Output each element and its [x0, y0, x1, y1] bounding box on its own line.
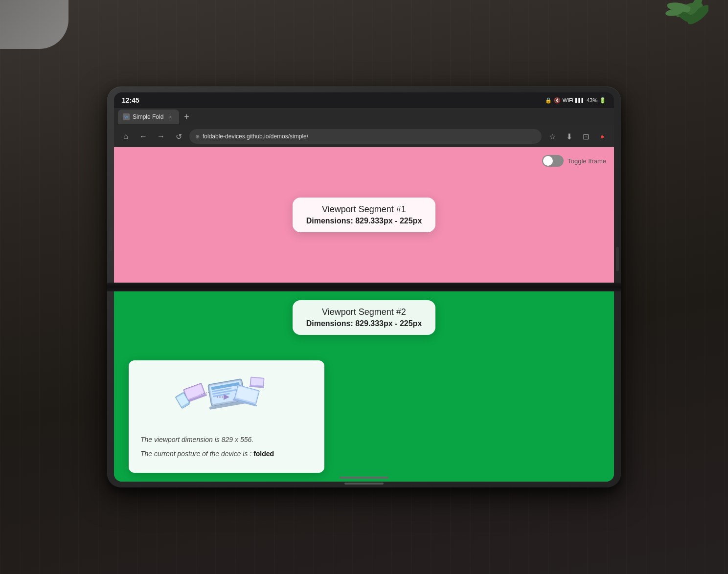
download-icon[interactable]: ⬇	[562, 130, 576, 143]
posture-label: The current posture of the device is :	[140, 450, 251, 458]
segment-2-card: Viewport Segment #2 Dimensions: 829.333p…	[293, 300, 436, 335]
posture-text: The current posture of the device is : f…	[140, 449, 313, 459]
address-bar[interactable]: ⊕ foldable-devices.github.io/demos/simpl…	[189, 129, 542, 144]
volume-bumper	[109, 227, 112, 251]
toggle-label: Toggle Iframe	[568, 157, 606, 165]
viewport-segment-2-area: Viewport Segment #2 Dimensions: 829.333p…	[114, 291, 614, 482]
device-illustration	[173, 370, 280, 429]
tab-close-button[interactable]: ×	[166, 113, 174, 121]
back-button[interactable]: ←	[136, 130, 150, 143]
mute-icon: 🔇	[554, 97, 561, 104]
toggle-area: Toggle Iframe	[542, 155, 606, 167]
device-bottom-bar	[344, 483, 384, 485]
refresh-button[interactable]: ↺	[172, 130, 185, 143]
toggle-knob	[543, 156, 553, 166]
forward-button[interactable]: →	[154, 130, 168, 143]
home-button[interactable]: ⌂	[119, 130, 133, 143]
info-card: The viewport dimension is 829 x 556. The…	[129, 360, 324, 473]
bookmark-icon[interactable]: ☆	[546, 130, 559, 143]
segment-2-dimensions: Dimensions: 829.333px - 225px	[306, 319, 422, 328]
url-text: foldable-devices.github.io/demos/simple/	[203, 133, 308, 140]
status-time: 12:45	[122, 96, 139, 104]
tab-bar: W Simple Fold × +	[114, 108, 614, 126]
screen-top: 12:45 🔒 🔇 WiFi ▌▌▌ 43% 🔋 W Simple Fold	[114, 92, 614, 283]
svg-rect-22	[251, 378, 264, 386]
new-tab-button[interactable]: +	[182, 112, 191, 122]
screen-bottom: Viewport Segment #2 Dimensions: 829.333p…	[114, 291, 614, 482]
signal-icon: ▌▌▌	[575, 98, 585, 103]
toggle-iframe-switch[interactable]	[542, 155, 564, 167]
tab-favicon: W	[123, 113, 130, 120]
segment-1-card: Viewport Segment #1 Dimensions: 829.333p…	[293, 198, 436, 232]
scroll-indicator	[340, 477, 388, 479]
status-bar: 12:45 🔒 🔇 WiFi ▌▌▌ 43% 🔋	[114, 92, 614, 108]
decorative-object-top-left	[0, 0, 68, 49]
address-bar-row: ⌂ ← → ↺ ⊕ foldable-devices.github.io/dem…	[114, 126, 614, 147]
status-icons: 🔒 🔇 WiFi ▌▌▌ 43% 🔋	[545, 97, 606, 104]
foldable-device: 12:45 🔒 🔇 WiFi ▌▌▌ 43% 🔋 W Simple Fold	[107, 87, 621, 487]
plant-decoration	[650, 0, 708, 44]
browser-tab[interactable]: W Simple Fold ×	[118, 110, 179, 124]
viewport-segment-1-area: Toggle Iframe Viewport Segment #1 Dimens…	[114, 147, 614, 283]
tab-title: Simple Fold	[133, 113, 163, 120]
posture-value: folded	[253, 450, 274, 458]
segment-1-dimensions: Dimensions: 829.333px - 225px	[306, 217, 422, 225]
menu-icon[interactable]: ⊡	[579, 130, 592, 143]
battery-text: 43%	[587, 97, 597, 103]
toolbar-icons: ☆ ⬇ ⊡ ●	[546, 130, 609, 143]
battery-icon: 🔋	[599, 97, 606, 104]
segment-1-title: Viewport Segment #1	[306, 204, 422, 215]
device-hinge	[107, 283, 621, 291]
site-settings-icon: ⊕	[195, 133, 200, 140]
power-button	[616, 247, 619, 271]
viewport-dimension-text: The viewport dimension is 829 x 556.	[140, 435, 313, 445]
lock-icon: 🔒	[545, 97, 552, 104]
record-icon[interactable]: ●	[595, 130, 609, 143]
segment-2-title: Viewport Segment #2	[306, 307, 422, 317]
wifi-icon: WiFi	[563, 97, 573, 103]
